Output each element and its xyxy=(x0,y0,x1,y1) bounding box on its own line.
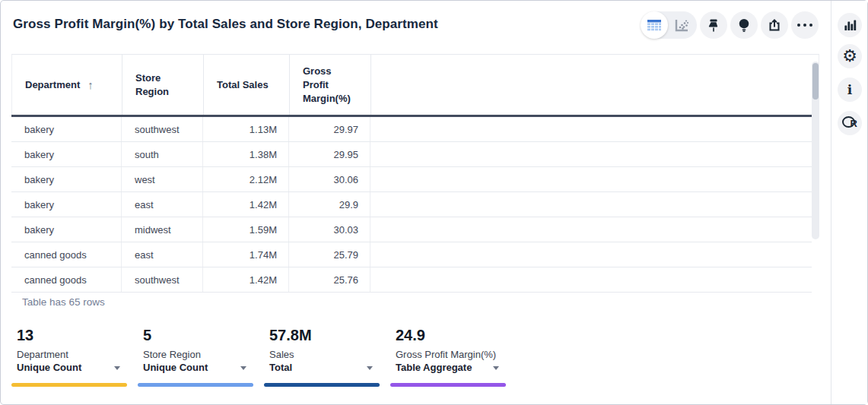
table-row[interactable]: bakery southwest 1.13M 29.97 xyxy=(11,117,812,142)
scrollbar-thumb[interactable] xyxy=(812,63,819,100)
row-filler xyxy=(370,142,812,166)
cell-total-sales: 1.74M xyxy=(203,242,289,267)
table-row[interactable]: bakery east 1.42M 29.9 xyxy=(11,192,812,217)
cell-store-region: southwest xyxy=(122,117,203,141)
card-accent-bar xyxy=(11,383,127,387)
cell-total-sales: 1.59M xyxy=(203,217,289,242)
cell-department: bakery xyxy=(11,217,122,242)
aggregate-dropdown-caret[interactable] xyxy=(240,366,246,370)
row-filler xyxy=(370,267,812,292)
chart-view-button[interactable] xyxy=(668,11,695,39)
values-table: Department Store Region Total Sales Gros… xyxy=(11,54,819,293)
table-row[interactable]: bakery south 1.38M 29.95 xyxy=(11,142,812,167)
table-header-row: Department Store Region Total Sales Gros… xyxy=(11,54,819,115)
cell-store-region: west xyxy=(122,167,203,191)
info-button[interactable]: i xyxy=(838,78,862,102)
cell-department: bakery xyxy=(11,167,122,191)
row-filler xyxy=(370,192,812,217)
cell-total-sales: 1.38M xyxy=(203,142,289,166)
right-sidebar: ⚙ i R xyxy=(831,1,867,404)
summary-card-gross-profit-margin: 24.9 Gross Profit Margin(%) Table Aggreg… xyxy=(390,327,506,388)
card-accent-bar xyxy=(264,383,380,387)
settings-button[interactable]: ⚙ xyxy=(838,44,862,68)
aggregate-dropdown-caret[interactable] xyxy=(367,366,373,370)
column-label: Gross Profit Margin(%) xyxy=(303,65,351,106)
cell-department: bakery xyxy=(11,117,122,141)
table-body: bakery southwest 1.13M 29.97 bakery sout… xyxy=(11,117,812,293)
row-filler xyxy=(370,167,812,191)
card-value: 57.8M xyxy=(269,327,312,344)
table-row[interactable]: canned goods east 1.74M 25.79 xyxy=(11,242,812,267)
card-field-label: Gross Profit Margin(%) xyxy=(396,349,496,360)
card-field-label: Store Region xyxy=(143,349,201,360)
card-aggregate-label: Total xyxy=(269,362,292,373)
column-label: Store Region xyxy=(135,71,175,99)
cell-gross-profit-margin: 29.9 xyxy=(289,192,370,217)
r-logo-icon: R xyxy=(842,115,857,131)
table-row[interactable]: bakery midwest 1.59M 30.03 xyxy=(11,217,812,242)
row-filler xyxy=(370,217,812,242)
cell-department: canned goods xyxy=(11,267,122,292)
cell-total-sales: 1.42M xyxy=(203,192,289,217)
table-row[interactable]: bakery west 2.12M 30.06 xyxy=(11,167,812,192)
share-icon xyxy=(768,18,781,32)
share-button[interactable] xyxy=(761,11,788,39)
cell-department: bakery xyxy=(11,142,122,166)
card-accent-bar xyxy=(390,383,506,387)
cell-total-sales: 2.12M xyxy=(203,167,289,191)
summary-cards: 13 Department Unique Count 5 Store Regio… xyxy=(11,327,506,388)
table-row[interactable]: canned goods southwest 1.42M 25.76 xyxy=(11,267,812,293)
summary-card-department: 13 Department Unique Count xyxy=(11,327,127,388)
table-row-count: Table has 65 rows xyxy=(22,296,105,308)
aggregate-dropdown-caret[interactable] xyxy=(493,366,499,370)
cell-gross-profit-margin: 25.79 xyxy=(289,242,370,267)
r-analytics-button[interactable]: R xyxy=(838,111,862,135)
cell-gross-profit-margin: 25.76 xyxy=(289,267,370,292)
table-icon xyxy=(647,19,662,32)
card-aggregate-label: Table Aggregate xyxy=(396,362,472,373)
more-actions-button[interactable] xyxy=(791,11,819,39)
cell-store-region: midwest xyxy=(122,217,203,242)
ellipsis-icon xyxy=(797,24,812,27)
card-aggregate-label: Unique Count xyxy=(143,362,208,373)
card-value: 24.9 xyxy=(396,327,425,344)
cell-store-region: south xyxy=(122,142,203,166)
pin-button[interactable] xyxy=(700,11,727,39)
info-icon: i xyxy=(847,82,852,97)
column-header-store-region[interactable]: Store Region xyxy=(122,55,204,115)
card-field-label: Sales xyxy=(269,349,294,360)
summary-card-sales: 57.8M Sales Total xyxy=(264,327,380,388)
card-value: 5 xyxy=(143,327,151,344)
insights-button[interactable] xyxy=(730,11,758,39)
widget-panel: Gross Profit Margin(%) by Total Sales an… xyxy=(0,0,868,405)
cell-total-sales: 1.13M xyxy=(203,117,289,141)
cell-store-region: southwest xyxy=(122,267,203,292)
table-view-button[interactable] xyxy=(641,11,668,39)
cell-gross-profit-margin: 29.95 xyxy=(289,142,370,166)
table-scrollbar[interactable] xyxy=(812,62,819,239)
aggregate-dropdown-caret[interactable] xyxy=(114,366,120,370)
header-filler xyxy=(371,55,819,115)
analytics-button[interactable] xyxy=(838,13,862,37)
cell-department: bakery xyxy=(11,192,122,217)
bar-chart-icon xyxy=(843,18,857,32)
summary-card-store-region: 5 Store Region Unique Count xyxy=(138,327,253,388)
card-value: 13 xyxy=(17,327,33,344)
column-header-gross-profit-margin[interactable]: Gross Profit Margin(%) xyxy=(290,55,371,115)
row-filler xyxy=(370,117,812,141)
column-label: Total Sales xyxy=(217,78,269,92)
card-aggregate-label: Unique Count xyxy=(17,362,81,373)
cell-gross-profit-margin: 30.03 xyxy=(289,217,370,242)
toolbar xyxy=(641,11,819,39)
card-accent-bar xyxy=(138,383,253,387)
card-field-label: Department xyxy=(17,349,68,360)
row-filler xyxy=(370,242,812,267)
column-header-department[interactable]: Department xyxy=(12,55,122,115)
column-label: Department xyxy=(25,78,80,92)
column-header-total-sales[interactable]: Total Sales xyxy=(204,55,290,115)
cell-gross-profit-margin: 29.97 xyxy=(289,117,370,141)
sort-ascending-icon xyxy=(87,78,94,92)
cell-store-region: east xyxy=(122,242,203,267)
cell-gross-profit-margin: 30.06 xyxy=(289,167,370,191)
cell-department: canned goods xyxy=(11,242,122,267)
